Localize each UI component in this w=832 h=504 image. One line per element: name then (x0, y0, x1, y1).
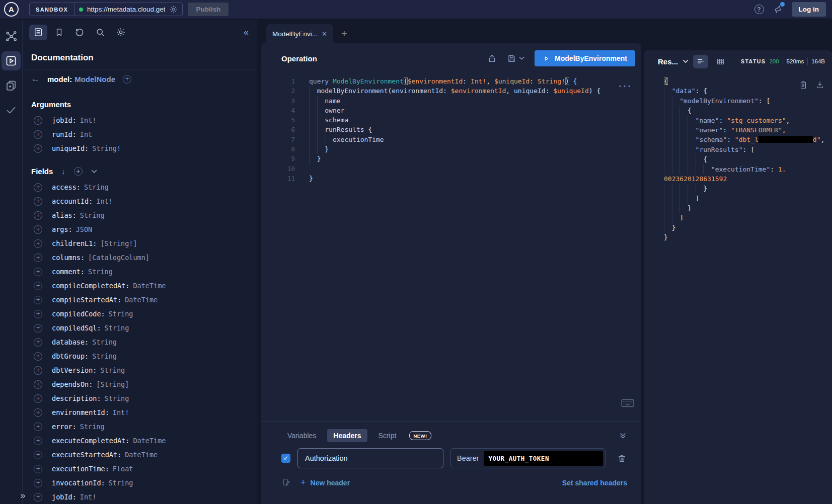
field-text[interactable]: executeStartedAt:DateTime (52, 451, 158, 459)
run-operation-button[interactable]: ModelByEnvironment (535, 50, 635, 66)
code-line[interactable]: 1 query ModelByEnvironment($environmentI… (261, 76, 641, 86)
add-field-icon[interactable]: + (34, 296, 42, 304)
expand-right-icon[interactable]: » (20, 490, 26, 501)
field-text[interactable]: columns:[CatalogColumn] (52, 254, 149, 262)
add-field-icon[interactable]: + (34, 197, 42, 206)
publish-button[interactable]: Publish (188, 3, 229, 16)
field-text[interactable]: dbtGroup:String (52, 352, 117, 360)
header-key-input[interactable] (297, 448, 443, 468)
add-field-icon[interactable]: + (34, 183, 42, 192)
search-icon[interactable] (91, 25, 109, 40)
bookmarks-icon[interactable] (50, 25, 68, 40)
field-text[interactable]: description:String (52, 394, 129, 402)
add-field-icon[interactable]: + (34, 254, 42, 262)
add-field-icon[interactable]: + (34, 437, 42, 445)
add-field-icon[interactable]: + (34, 268, 42, 276)
table-view-icon[interactable] (713, 55, 728, 68)
header-value-field[interactable]: Bearer YOUR_AUTH_TOKEN (450, 448, 606, 468)
argument-text[interactable]: runId:Int (52, 130, 92, 138)
response-title-dropdown[interactable]: Res... (658, 57, 689, 66)
add-field-icon[interactable]: + (34, 310, 42, 318)
field-text[interactable]: error:String (52, 423, 105, 431)
checklist-icon[interactable] (2, 101, 21, 120)
operation-tab[interactable]: ModelByEnvi... ✕ (266, 24, 333, 43)
endpoint-url[interactable]: https://metadata.cloud.get (87, 6, 165, 13)
field-text[interactable]: invocationId:String (52, 479, 133, 487)
editor-more-icon[interactable]: ••• (619, 83, 632, 89)
field-text[interactable]: environmentId:Int! (52, 408, 129, 416)
collections-icon[interactable] (2, 76, 21, 95)
add-field-icon[interactable]: + (34, 493, 42, 501)
tab-script[interactable]: Script (372, 429, 403, 442)
add-field-icon[interactable]: + (34, 324, 42, 332)
settings-gear-icon[interactable] (112, 25, 130, 40)
help-icon[interactable]: ? (754, 5, 764, 14)
close-tab-icon[interactable]: ✕ (322, 30, 327, 38)
script-preset-icon[interactable] (281, 478, 291, 487)
new-header-button[interactable]: + New header (300, 477, 350, 488)
tab-variables[interactable]: Variables (281, 429, 322, 442)
field-text[interactable]: compileStartedAt:DateTime (52, 296, 158, 304)
announcements-megaphone-icon[interactable] (773, 4, 783, 15)
set-shared-headers-link[interactable]: Set shared headers (562, 479, 627, 487)
field-text[interactable]: childrenL1:[String!] (52, 239, 137, 247)
save-icon[interactable] (507, 54, 516, 63)
header-enabled-checkbox[interactable]: ✓ (281, 454, 290, 463)
add-field-icon[interactable]: + (34, 338, 42, 347)
download-response-icon[interactable] (815, 80, 824, 90)
login-button[interactable]: Log in (792, 2, 826, 17)
auth-token-value[interactable]: YOUR_AUTH_TOKEN (484, 451, 603, 466)
share-icon[interactable] (487, 54, 497, 63)
collapse-panel-icon[interactable]: « (241, 27, 252, 38)
field-text[interactable]: executionTime:Float (52, 465, 133, 473)
copy-response-icon[interactable] (799, 80, 808, 90)
code-line[interactable]: 6 runResults { (261, 125, 641, 134)
field-text[interactable]: executeCompletedAt:DateTime (52, 437, 166, 445)
add-field-icon[interactable]: + (34, 465, 42, 473)
add-field-icon[interactable]: + (34, 408, 42, 417)
code-line[interactable]: 11 } (261, 174, 641, 183)
field-text[interactable]: dbtVersion:String (52, 366, 125, 374)
code-line[interactable]: 3 name (261, 96, 641, 106)
code-line[interactable]: 7 executionTime (261, 135, 641, 144)
field-text[interactable]: comment:String (52, 268, 113, 276)
endpoint-url-cell[interactable]: https://metadata.cloud.get (74, 5, 182, 14)
delete-header-trash-icon[interactable] (617, 454, 627, 463)
field-text[interactable]: accountId:Int! (52, 197, 113, 205)
add-argument-icon[interactable]: + (34, 144, 42, 153)
documentation-tab-icon[interactable] (29, 25, 47, 40)
fields-chevron-icon[interactable] (91, 170, 97, 174)
field-text[interactable]: database:String (52, 338, 117, 346)
sort-fields-icon[interactable]: ↓ (61, 167, 65, 176)
new-tab-icon[interactable]: + (341, 29, 347, 39)
add-field-icon[interactable]: + (34, 380, 42, 389)
code-line[interactable]: 9 } (261, 154, 641, 163)
collapse-dock-icon[interactable] (619, 432, 627, 440)
code-line[interactable]: 5 schema (261, 115, 641, 125)
field-text[interactable]: alias:String (52, 211, 105, 219)
field-text[interactable]: jobId:Int! (52, 493, 96, 501)
explorer-icon[interactable] (2, 51, 21, 70)
back-icon[interactable]: ← (31, 74, 40, 84)
add-field-icon[interactable]: + (34, 282, 42, 290)
keyboard-shortcuts-icon[interactable] (621, 399, 634, 407)
add-field-icon[interactable]: + (34, 423, 42, 431)
add-field-icon[interactable]: + (34, 366, 42, 375)
save-chevron-down-icon[interactable] (519, 56, 524, 60)
argument-text[interactable]: jobId:Int! (52, 116, 96, 124)
code-line[interactable]: 4 owner (261, 106, 641, 115)
code-line[interactable]: 2 modelByEnvironment(environmentId: $env… (261, 86, 641, 96)
apollo-logo[interactable]: A (4, 2, 19, 17)
sandbox-badge[interactable]: SANDBOX (30, 3, 74, 16)
add-field-icon[interactable]: + (34, 394, 42, 403)
add-all-fields-icon[interactable]: + (74, 167, 83, 176)
history-icon[interactable] (70, 25, 89, 40)
endpoint-settings-gear-icon[interactable] (169, 5, 178, 14)
add-type-icon[interactable]: + (123, 75, 131, 83)
code-line[interactable]: 10 (261, 164, 641, 174)
query-editor[interactable]: 1 query ModelByEnvironment($environmentI… (261, 73, 641, 422)
field-text[interactable]: access:String (52, 183, 109, 191)
add-argument-icon[interactable]: + (34, 130, 42, 139)
add-field-icon[interactable]: + (34, 239, 42, 248)
code-line[interactable]: 8 } (261, 144, 641, 154)
